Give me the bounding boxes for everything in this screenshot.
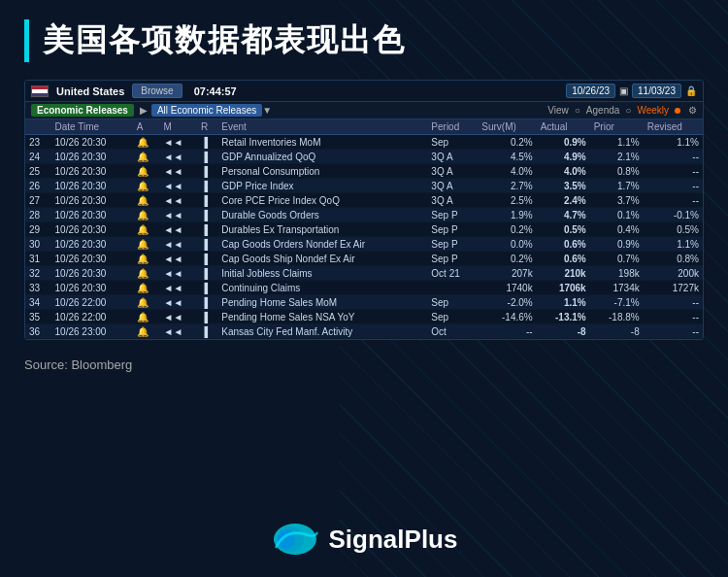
row-event: GDP Price Index bbox=[217, 179, 427, 193]
row-bell: 🔔 bbox=[133, 150, 160, 164]
row-period: Sep P bbox=[427, 222, 478, 237]
row-revised: 1.1% bbox=[644, 237, 703, 252]
row-bar: ▐ bbox=[197, 208, 217, 222]
col-revised: Revised bbox=[644, 119, 703, 135]
row-period: Oct bbox=[427, 324, 478, 339]
col-prior: Prior bbox=[590, 119, 644, 135]
row-datetime: 10/26 23:00 bbox=[51, 324, 133, 339]
col-a: A bbox=[133, 119, 160, 135]
row-arrows: ◄◄ bbox=[160, 324, 198, 339]
row-event: Kansas City Fed Manf. Activity bbox=[217, 324, 427, 339]
logo-text: SignalPlus bbox=[329, 525, 458, 555]
row-surv: 207k bbox=[478, 266, 536, 281]
row-prior: 0.8% bbox=[590, 164, 644, 179]
row-revised: 1727k bbox=[644, 281, 703, 295]
page-title: 美国各项数据都表现出色 bbox=[43, 19, 406, 62]
table-row: 2310/26 20:30🔔◄◄▐Retail Inventories MoMS… bbox=[25, 135, 703, 150]
us-flag bbox=[31, 85, 49, 97]
row-surv: -14.6% bbox=[478, 310, 536, 324]
col-surv: Surv(M) bbox=[478, 119, 536, 135]
date-range: 10/26/23 ▣ 11/03/23 🔒 bbox=[566, 84, 697, 98]
agenda-dot: ○ bbox=[625, 105, 631, 116]
row-event: Retail Inventories MoM bbox=[217, 135, 427, 150]
row-arrows: ◄◄ bbox=[160, 179, 198, 193]
row-bell: 🔔 bbox=[133, 222, 160, 237]
row-num: 36 bbox=[25, 324, 51, 339]
row-surv: 1740k bbox=[478, 281, 536, 295]
row-datetime: 10/26 20:30 bbox=[51, 164, 133, 179]
row-prior: 1.1% bbox=[590, 135, 644, 150]
row-prior: 198k bbox=[590, 266, 644, 281]
row-period: 3Q A bbox=[427, 164, 478, 179]
all-releases-tab[interactable]: All Economic Releases bbox=[151, 104, 262, 117]
row-prior: 3.7% bbox=[590, 193, 644, 208]
browse-button[interactable]: Browse bbox=[132, 84, 182, 98]
date-from-button[interactable]: 10/26/23 bbox=[566, 84, 615, 98]
row-revised: -- bbox=[644, 310, 703, 324]
table-row: 3010/26 20:30🔔◄◄▐Cap Goods Orders Nondef… bbox=[25, 237, 703, 252]
row-bell: 🔔 bbox=[133, 179, 160, 193]
source-text: Source: Bloomberg bbox=[24, 357, 704, 372]
row-prior: -7.1% bbox=[590, 295, 644, 310]
row-bar: ▐ bbox=[197, 310, 217, 324]
row-datetime: 10/26 20:30 bbox=[51, 237, 133, 252]
settings-icon[interactable]: ⚙ bbox=[688, 105, 697, 116]
row-event: Continuing Claims bbox=[217, 281, 427, 295]
row-bar: ▐ bbox=[197, 324, 217, 339]
row-datetime: 10/26 20:30 bbox=[51, 179, 133, 193]
row-event: Core PCE Price Index QoQ bbox=[217, 193, 427, 208]
row-prior: -8 bbox=[590, 324, 644, 339]
row-event: Personal Consumption bbox=[217, 164, 427, 179]
row-bell: 🔔 bbox=[133, 208, 160, 222]
weekly-label[interactable]: Weekly bbox=[637, 105, 669, 116]
col-m: M bbox=[160, 119, 198, 135]
row-revised: 1.1% bbox=[644, 135, 703, 150]
view-label[interactable]: View bbox=[547, 105, 569, 116]
row-datetime: 10/26 20:30 bbox=[51, 222, 133, 237]
row-datetime: 10/26 20:30 bbox=[51, 266, 133, 281]
economic-releases-tab[interactable]: Economic Releases bbox=[31, 104, 134, 117]
row-num: 32 bbox=[25, 266, 51, 281]
row-bar: ▐ bbox=[197, 150, 217, 164]
row-event: Cap Goods Orders Nondef Ex Air bbox=[217, 237, 427, 252]
row-datetime: 10/26 20:30 bbox=[51, 135, 133, 150]
row-arrows: ◄◄ bbox=[160, 237, 198, 252]
col-actual: Actual bbox=[537, 119, 590, 135]
row-actual: 4.7% bbox=[537, 208, 590, 222]
row-bar: ▐ bbox=[197, 193, 217, 208]
row-bell: 🔔 bbox=[133, 295, 160, 310]
row-revised: -- bbox=[644, 193, 703, 208]
row-surv: 4.0% bbox=[478, 164, 536, 179]
row-arrows: ◄◄ bbox=[160, 222, 198, 237]
title-bar: 美国各项数据都表现出色 bbox=[24, 19, 406, 62]
row-period: 3Q A bbox=[427, 179, 478, 193]
date-to-button[interactable]: 11/03/23 bbox=[632, 84, 681, 98]
row-arrows: ◄◄ bbox=[160, 252, 198, 266]
row-prior: 0.4% bbox=[590, 222, 644, 237]
row-actual: 0.9% bbox=[537, 135, 590, 150]
row-surv: 2.7% bbox=[478, 179, 536, 193]
row-datetime: 10/26 22:00 bbox=[51, 310, 133, 324]
page-container: 美国各项数据都表现出色 United States Browse 07:44:5… bbox=[0, 0, 728, 577]
terminal-topbar: United States Browse 07:44:57 10/26/23 ▣… bbox=[25, 81, 703, 102]
row-actual: 4.9% bbox=[537, 150, 590, 164]
col-num bbox=[25, 119, 51, 135]
row-actual: 1706k bbox=[537, 281, 590, 295]
row-num: 28 bbox=[25, 208, 51, 222]
row-arrows: ◄◄ bbox=[160, 266, 198, 281]
row-period: Sep P bbox=[427, 208, 478, 222]
table-row: 2510/26 20:30🔔◄◄▐Personal Consumption3Q … bbox=[25, 164, 703, 179]
agenda-label[interactable]: Agenda bbox=[586, 105, 619, 116]
row-revised: -- bbox=[644, 324, 703, 339]
row-bar: ▐ bbox=[197, 295, 217, 310]
row-event: Pending Home Sales MoM bbox=[217, 295, 427, 310]
table-row: 3410/26 22:00🔔◄◄▐Pending Home Sales MoMS… bbox=[25, 295, 703, 310]
filter-arrow: ▶ bbox=[140, 105, 148, 116]
row-prior: 0.1% bbox=[590, 208, 644, 222]
table-header-row: Date Time A M R Event Period Surv(M) Act… bbox=[25, 119, 703, 135]
table-row: 2610/26 20:30🔔◄◄▐GDP Price Index3Q A2.7%… bbox=[25, 179, 703, 193]
row-prior: 2.1% bbox=[590, 150, 644, 164]
table-body: 2310/26 20:30🔔◄◄▐Retail Inventories MoMS… bbox=[25, 135, 703, 339]
row-prior: 1.7% bbox=[590, 179, 644, 193]
row-num: 24 bbox=[25, 150, 51, 164]
